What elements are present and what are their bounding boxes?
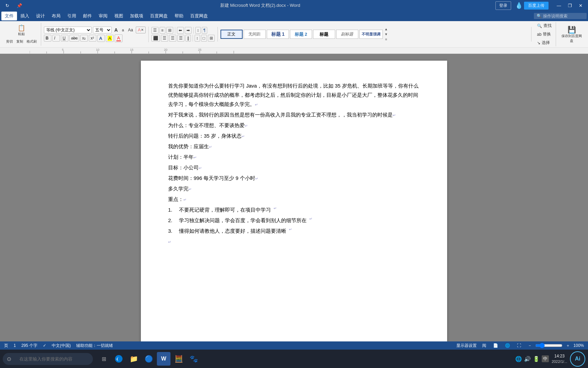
menu-item-baidu[interactable]: 百度网盘 <box>147 12 171 20</box>
style-subtitle[interactable]: 副标题 <box>336 30 358 39</box>
superscript-button[interactable]: x² <box>89 35 96 42</box>
font-family-select[interactable]: 等线 (中文正文) <box>44 27 92 33</box>
menu-item-view[interactable]: 视图 <box>111 12 127 20</box>
menu-item-references[interactable]: 引用 <box>64 12 80 20</box>
list-item-1: 1. 不要死记硬背，理解即可，在项目中学习↵ <box>168 205 420 214</box>
bullet-list-button[interactable]: ☰ <box>151 27 159 34</box>
paste-button[interactable]: 📋 粘贴 <box>17 24 26 37</box>
align-right-button[interactable]: ☰ <box>169 35 176 42</box>
style-h1[interactable]: 标题 1 <box>267 30 289 39</box>
style-arrow-down[interactable]: ▼ <box>384 32 388 36</box>
style-arrow-expand[interactable]: ≡ <box>384 37 388 42</box>
accessibility-label: 辅助功能：一切就绪 <box>76 343 113 349</box>
bold-button[interactable]: B <box>44 35 51 42</box>
strikethrough-button[interactable]: abc <box>69 35 79 42</box>
menu-item-baidu2[interactable]: 百度网盘 <box>187 12 211 20</box>
font-color-button[interactable]: A <box>115 34 122 42</box>
taskbar-taskview[interactable]: ⊞ <box>97 352 111 366</box>
taskbar-time[interactable]: 14:23 2022/1/... <box>552 353 567 364</box>
shading-button[interactable]: □ <box>201 35 207 42</box>
search-input[interactable] <box>543 14 584 18</box>
display-settings-label[interactable]: 显示器设置 <box>456 343 477 349</box>
clear-format-button[interactable]: A ✕ <box>136 27 146 33</box>
taskbar-edge[interactable] <box>112 352 126 366</box>
list-num-3: 3. <box>168 226 176 235</box>
menu-item-file[interactable]: 文件 <box>1 12 17 20</box>
style-normal[interactable]: 正文 <box>220 30 243 39</box>
menu-item-help[interactable]: 帮助 <box>171 12 187 20</box>
subscript-button[interactable]: x₂ <box>80 35 88 42</box>
upload-button[interactable]: 百度上传 <box>524 2 549 10</box>
select-button[interactable]: ↘ 选择 <box>536 39 553 46</box>
change-case-button[interactable]: Aa <box>127 27 134 33</box>
copy-button[interactable]: 复制 <box>15 38 24 45</box>
doc-page[interactable]: 首先你要知道你为什么要转行学习 Java，有没有想到转行后的处境，比如 35 岁… <box>141 61 447 350</box>
numbered-list-button[interactable]: ≡ <box>160 27 165 34</box>
close-button[interactable]: ✕ <box>576 2 585 10</box>
battery-icon[interactable]: 🔋 <box>533 356 540 362</box>
minimize-button[interactable]: — <box>554 2 564 10</box>
taskbar-calculator[interactable]: 🧮 <box>172 352 185 366</box>
find-button[interactable]: 🔍 查找 <box>536 22 553 29</box>
font-size-select[interactable]: 五号 <box>93 27 112 33</box>
paragraph-4-text: 转行后的问题：35 岁，身体状态 <box>168 133 242 139</box>
menu-item-design[interactable]: 设计 <box>33 12 48 20</box>
align-center-button[interactable]: ☰ <box>161 35 168 42</box>
font-grow-button[interactable]: A <box>113 27 119 33</box>
taskbar-search-input[interactable] <box>14 354 89 364</box>
menu-item-layout[interactable]: 布局 <box>48 12 64 20</box>
text-effects-button[interactable]: A <box>97 35 105 42</box>
menu-item-mail[interactable]: 邮件 <box>80 12 95 20</box>
zoom-out-button[interactable]: － <box>526 342 533 349</box>
menu-item-addins[interactable]: 加载项 <box>127 12 147 20</box>
font-row1: 等线 (中文正文) 五号 A a Aa A ✕ <box>44 27 146 33</box>
justify-button[interactable]: ☰ <box>177 35 184 42</box>
doc-area[interactable]: 首先你要知道你为什么要转行学习 Java，有没有想到转行后的处境，比如 35 岁… <box>0 54 588 357</box>
input-method-icon[interactable]: 中 <box>542 355 549 362</box>
highlight-button[interactable]: A <box>106 35 114 42</box>
menu-item-insert[interactable]: 插入 <box>17 12 33 20</box>
taskbar-app3[interactable]: 🔵 <box>142 352 156 366</box>
style-title[interactable]: 标题 <box>313 30 335 39</box>
refresh-button[interactable]: ↻ <box>3 2 12 10</box>
pin-button[interactable]: 📌 <box>14 2 25 10</box>
line-spacing-button[interactable]: ↕ <box>195 35 200 42</box>
style-none[interactable]: 无间距 <box>244 30 266 39</box>
view-read-button[interactable]: 阅 <box>481 342 488 349</box>
volume-icon[interactable]: 🔊 <box>524 356 531 362</box>
underline-button[interactable]: U <box>61 35 68 42</box>
cut-button[interactable]: 剪切 <box>5 38 14 45</box>
multilevel-list-button[interactable]: ⊞ <box>166 27 173 34</box>
zoom-slider[interactable] <box>535 343 562 348</box>
para5-mark: ↵ <box>209 145 212 149</box>
style-h2[interactable]: 标题 2 <box>290 30 312 39</box>
borders-button[interactable]: ⊞ <box>208 35 215 42</box>
align-left-button[interactable]: ⬛ <box>151 35 160 42</box>
view-print-button[interactable]: 📄 <box>492 342 500 349</box>
style-emphasis[interactable]: 不明显强调 <box>359 30 383 39</box>
sort-button[interactable]: ↕ <box>195 27 201 34</box>
ai-button[interactable]: Ai <box>570 351 585 367</box>
title-text: 新建 Microsoft Word 文档(2).docx - Word <box>220 3 300 8</box>
format-painter-button[interactable]: 格式刷 <box>25 38 38 45</box>
save-button[interactable]: 💾 保存到百度网盘 <box>560 25 583 44</box>
italic-button[interactable]: I <box>52 35 60 42</box>
taskbar-app7[interactable]: 🐾 <box>187 352 200 366</box>
network-icon[interactable]: 🌐 <box>515 356 522 362</box>
menu-item-review[interactable]: 审阅 <box>95 12 111 20</box>
style-arrow-up[interactable]: ▲ <box>384 27 388 31</box>
doc-content[interactable]: 首先你要知道你为什么要转行学习 Java，有没有想到转行后的处境，比如 35 岁… <box>168 81 420 246</box>
font-shrink-button[interactable]: a <box>120 27 125 33</box>
column-button[interactable]: ‖ <box>185 35 191 42</box>
zoom-in-button[interactable]: ＋ <box>565 342 571 349</box>
login-button[interactable]: 登录 <box>495 1 511 10</box>
taskbar-explorer[interactable]: 📁 <box>127 352 141 366</box>
restore-button[interactable]: ❐ <box>565 2 575 10</box>
view-web-button[interactable]: 🌐 <box>504 342 511 349</box>
decrease-indent-button[interactable]: ⬅ <box>177 27 184 34</box>
taskbar-word[interactable]: W <box>157 352 170 366</box>
increase-indent-button[interactable]: ➡ <box>185 27 192 34</box>
show-hide-button[interactable]: ¶ <box>202 27 207 34</box>
view-focus-button[interactable]: ⛶ <box>516 342 522 349</box>
replace-button[interactable]: ab 替换 <box>536 31 553 38</box>
